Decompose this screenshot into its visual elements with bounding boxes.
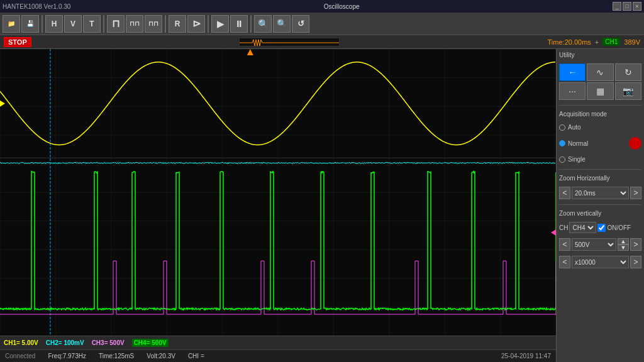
tb-h-button[interactable]: H <box>45 15 63 33</box>
tb-v-button[interactable]: V <box>64 15 82 33</box>
util-dots-button[interactable]: ··· <box>559 82 586 100</box>
ch-select-label: CH <box>559 224 568 231</box>
ch2-info: CH2= 100mV <box>46 339 84 346</box>
volt-display: 389V <box>624 38 640 46</box>
acq-title: Acquisition mode <box>559 111 641 118</box>
toolbar: 📁 💾 H V T ⊓ ⊓⊓ ⊓⊓ R ⊳ ▶ ⏸ 🔍 🔍 ↺ <box>0 13 644 35</box>
volt-up-button[interactable]: ▲ <box>618 238 629 244</box>
acq-single-radio[interactable] <box>559 156 565 163</box>
oscilloscope-canvas[interactable] <box>0 49 556 336</box>
onoff-label: ON/OFF <box>607 224 631 231</box>
channel-info-bar: CH1= 5.00V CH2= 100mV CH3= 500V CH4= 500… <box>0 336 556 349</box>
datetime-display: 25-04-2019 11:47 <box>501 353 551 359</box>
volt-down-button[interactable]: ▼ <box>618 244 629 251</box>
zoom-v-mult-left[interactable]: < <box>559 256 570 268</box>
zoom-h-right-button[interactable]: > <box>630 187 641 199</box>
acq-auto-label: Auto <box>568 124 641 131</box>
zoom-v-volt-right[interactable]: > <box>630 238 641 251</box>
record-button[interactable] <box>629 137 641 150</box>
tb-pause-button[interactable]: ⏸ <box>230 15 248 33</box>
onoff-checkbox[interactable] <box>597 224 606 232</box>
ch-display: CH1 <box>602 38 620 46</box>
window-title: Oscilloscope <box>70 3 613 10</box>
acq-auto-radio[interactable] <box>559 124 565 131</box>
stop-button[interactable]: STOP <box>4 37 31 47</box>
acq-normal-row: Normal <box>559 137 641 150</box>
zoom-h-title: Zoom Horizontally <box>559 175 641 182</box>
acq-normal-radio[interactable] <box>559 140 565 146</box>
ch3-info: CH3= 500V <box>92 339 125 346</box>
utility-title: Utility <box>559 52 641 58</box>
zoom-v-volt-select[interactable]: 500V 100V 200V <box>572 238 616 251</box>
volt-measure: Volt:20.3V <box>147 353 175 359</box>
tb-save-button[interactable]: 💾 <box>21 15 39 33</box>
maximize-button[interactable]: □ <box>623 2 631 11</box>
tb-open-button[interactable]: 📁 <box>3 15 20 33</box>
ch4-info: CH4= 500V <box>132 339 169 347</box>
zoom-v-mult-row: < x10000 x1000 x100 x10 x1 > <box>559 256 641 268</box>
util-undo-button[interactable]: ↻ <box>615 63 641 81</box>
zoom-v-mult-right[interactable]: > <box>630 256 641 268</box>
tb-r-button[interactable]: R <box>169 15 186 33</box>
zoom-v-ch-row: CH CH4 CH1 CH2 CH3 ON/OFF <box>559 222 641 233</box>
time-display: Time:20.00ms <box>548 38 591 46</box>
tb-pulse2-button[interactable]: ⊓⊓ <box>126 15 143 33</box>
bottom-status-bar: Connected Freq:7.973Hz Time:125mS Volt:2… <box>0 349 556 362</box>
minimize-button[interactable]: _ <box>613 2 621 11</box>
chi-label: CHI = <box>188 353 204 359</box>
title-bar: HANTEK1008 Ver1.0.30 Oscilloscope _ □ × <box>0 0 644 13</box>
tb-play-button[interactable]: ▶ <box>211 15 229 33</box>
acq-normal-label: Normal <box>568 140 626 147</box>
util-grid-button[interactable]: ▦ <box>587 82 613 100</box>
util-wave-button[interactable]: ∿ <box>587 63 613 81</box>
zoom-h-left-button[interactable]: < <box>559 187 570 199</box>
tb-t-button[interactable]: T <box>83 15 101 33</box>
zoom-v-title: Zoom vertically <box>559 210 641 217</box>
status-bar: STOP Time:20.00ms + CH1 389V <box>0 35 644 49</box>
window-controls: _ □ × <box>613 2 641 11</box>
scope-area: CH1= 5.00V CH2= 100mV CH3= 500V CH4= 500… <box>0 49 556 362</box>
tb-pulse3-button[interactable]: ⊓⊓ <box>145 15 162 33</box>
zoom-v-volt-row: < 500V 100V 200V ▲ ▼ > <box>559 238 641 251</box>
utility-buttons: ← ∿ ↻ ··· ▦ 📷 <box>559 63 641 100</box>
tb-zoom-in-button[interactable]: 🔍 <box>254 15 272 33</box>
time-measure: Time:125mS <box>99 353 134 359</box>
tb-pulse1-button[interactable]: ⊓ <box>107 15 125 33</box>
connection-status: Connected <box>5 353 35 359</box>
util-camera-button[interactable]: 📷 <box>615 82 641 100</box>
ch1-info: CH1= 5.00V <box>4 339 38 346</box>
tb-reset-button[interactable]: ↺ <box>292 15 309 33</box>
app-name: HANTEK1008 Ver1.0.30 <box>3 3 70 10</box>
zoom-h-select[interactable]: 20.0ms 10.0ms 50.0ms <box>572 187 629 199</box>
zoom-v-ch-select[interactable]: CH4 CH1 CH2 CH3 <box>569 222 596 233</box>
acq-single-label: Single <box>568 156 641 163</box>
acq-single-row: Single <box>559 156 641 163</box>
close-button[interactable]: × <box>633 2 641 11</box>
right-panel: Utility ← ∿ ↻ ··· ▦ 📷 Acquisition mode A… <box>556 49 644 362</box>
main-area: CH1= 5.00V CH2= 100mV CH3= 500V CH4= 500… <box>0 49 644 362</box>
plus-label: + <box>595 38 599 46</box>
freq-display: Freq:7.973Hz <box>48 353 86 359</box>
tb-ref-button[interactable]: ⊳ <box>187 15 205 33</box>
util-back-button[interactable]: ← <box>559 63 586 81</box>
zoom-v-volt-left[interactable]: < <box>559 238 570 251</box>
zoom-v-mult-select[interactable]: x10000 x1000 x100 x10 x1 <box>572 256 629 268</box>
acq-auto-row: Auto <box>559 124 641 131</box>
tb-zoom-out-button[interactable]: 🔍 <box>273 15 291 33</box>
zoom-h-controls: < 20.0ms 10.0ms 50.0ms > <box>559 187 641 199</box>
